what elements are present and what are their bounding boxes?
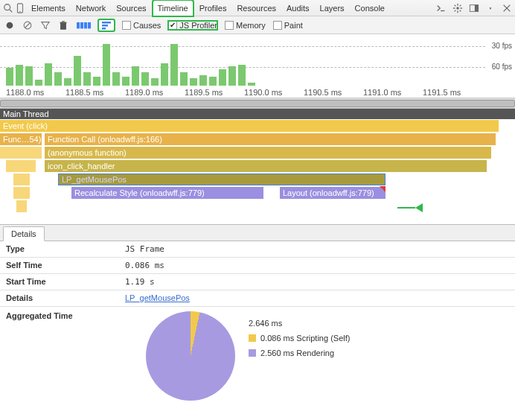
flame-view-button[interactable] [98,19,115,31]
details-panel: Details TypeJS Frame Self Time0.086 ms S… [0,224,515,405]
flame-gutter-4 [13,187,30,199]
filter-icon[interactable] [40,20,51,31]
svg-line-13 [460,4,461,6]
details-tab[interactable]: Details [3,226,45,241]
starttime-value: 1.19 s [125,277,155,287]
svg-point-18 [7,22,13,28]
overview-chart[interactable]: 30 fps 60 fps 1188.0 ms1188.5 ms1189.0 m… [0,34,515,98]
causes-checkbox-wrap[interactable]: Causes [122,21,161,30]
svg-point-3 [19,10,20,11]
legend-swatch-rendering [249,349,256,357]
flame-chart[interactable]: Main Thread Event (click) Func…54) Funct… [0,109,515,224]
timeline-toolbar: ▮▮▮▮ Causes JS Profiler Memory Paint [0,16,515,34]
flame-gutter-2 [6,160,36,172]
memory-label: Memory [236,21,266,30]
search-icon[interactable] [3,3,13,13]
starttime-key: Start Time [6,277,125,287]
type-key: Type [6,244,125,254]
svg-line-10 [455,4,456,6]
tab-elements[interactable]: Elements [27,1,70,16]
flame-layout[interactable]: Layout (onloadwff.js:779) [280,187,386,199]
jsprofiler-checkbox-wrap[interactable]: JS Profiler [168,21,217,30]
device-icon[interactable] [15,3,25,13]
dock-menu-chevron-icon[interactable]: ▼ [485,3,496,13]
legend-scripting: 0.086 ms Scripting (Self) [260,334,350,343]
selftime-value: 0.086 ms [125,261,164,270]
gear-icon[interactable] [452,3,463,13]
record-icon[interactable] [4,20,15,31]
type-value: JS Frame [125,244,164,254]
legend-rendering: 2.560 ms Rendering [260,349,334,357]
svg-rect-26 [102,28,106,30]
svg-line-20 [25,22,31,28]
tab-profiles[interactable]: Profiles [195,1,231,16]
dock-icon[interactable] [469,3,479,13]
aggtime-key: Aggregated Time [6,311,125,401]
tab-layers[interactable]: Layers [316,1,349,16]
flame-gutter-1 [0,147,42,159]
details-key: Details [6,293,125,303]
bars-view-icon[interactable]: ▮▮▮▮ [76,20,91,30]
flame-event-click[interactable]: Event (click) [0,120,499,132]
flame-lp-getmousepos[interactable]: LP_getMousePos [58,174,386,185]
aggtime-legend: 2.646 ms 0.086 ms Scripting (Self) 2.560… [249,311,350,401]
svg-rect-21 [61,23,66,29]
memory-checkbox-wrap[interactable]: Memory [225,21,266,30]
tab-sources[interactable]: Sources [112,1,150,16]
flame-func54[interactable]: Func…54) [0,133,42,145]
svg-rect-23 [62,21,65,22]
console-toggle-icon[interactable] [436,3,447,13]
svg-rect-25 [102,25,108,27]
flame-function-call[interactable]: Function Call (onloadwff.js:166) [45,133,496,145]
paint-checkbox[interactable] [273,21,282,30]
layout-warning-icon [380,186,386,192]
flame-icon-click[interactable]: icon_click_handler [45,160,487,172]
overview-ticks: 1188.0 ms1188.5 ms1189.0 ms1189.5 ms1190… [6,86,509,98]
aggtime-total: 2.646 ms [249,319,282,328]
scrollbar-thumb[interactable] [0,100,515,107]
tab-resources[interactable]: Resources [232,1,281,16]
svg-line-1 [10,9,13,12]
flame-gutter-3 [13,174,30,185]
memory-checkbox[interactable] [225,21,234,30]
flame-anonymous[interactable]: (anonymous function) [45,147,491,159]
jsprofiler-label: JS Profiler [179,21,217,30]
clear-icon[interactable] [22,20,33,31]
devtools-tabbar: Elements Network Sources Timeline Profil… [0,0,515,16]
tab-timeline[interactable]: Timeline [153,0,193,16]
jsprofiler-checkbox[interactable] [168,21,177,30]
svg-rect-15 [475,4,479,11]
flame-gutter-5 [16,200,27,212]
legend-swatch-scripting [249,334,256,342]
overview-scrollbar[interactable] [0,98,515,109]
main-thread-header: Main Thread [0,109,515,119]
tab-console[interactable]: Console [351,1,389,16]
svg-rect-24 [102,22,111,24]
causes-label: Causes [133,21,161,30]
causes-checkbox[interactable] [122,21,131,30]
trash-icon[interactable] [58,20,68,31]
tab-audits[interactable]: Audits [282,1,314,16]
selftime-key: Self Time [6,261,125,270]
svg-rect-22 [60,22,67,23]
aggtime-pie [146,311,235,401]
overview-bars [6,41,509,86]
svg-line-12 [455,10,456,11]
annotation-arrow [397,200,423,215]
paint-checkbox-wrap[interactable]: Paint [273,21,303,30]
svg-point-5 [456,7,459,10]
tab-network[interactable]: Network [71,1,110,16]
flame-recalc-style[interactable]: Recalculate Style (onloadwff.js:779) [71,187,263,199]
svg-point-0 [4,4,10,10]
details-link[interactable]: LP_getMousePos [125,293,190,302]
paint-label: Paint [284,21,303,30]
close-icon[interactable] [502,3,512,13]
svg-line-11 [460,10,461,11]
